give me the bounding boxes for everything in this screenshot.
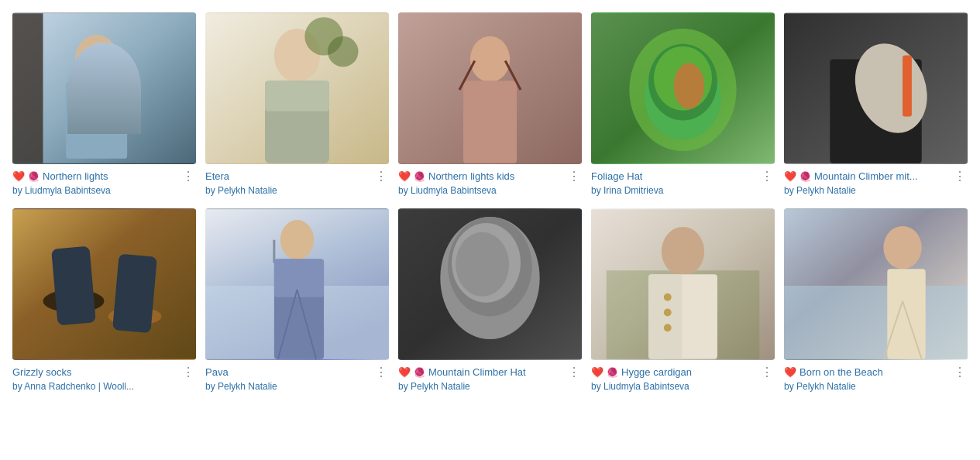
needle-icon: 🧶 bbox=[414, 367, 425, 378]
by-label: by bbox=[12, 381, 24, 392]
author-link-grizzly-socks[interactable]: Anna Radchenko | Wooll... bbox=[24, 381, 134, 392]
author-link-mountain-climber-mitt[interactable]: Pelykh Natalie bbox=[796, 185, 856, 196]
heart-icon[interactable]: ❤️ bbox=[784, 366, 796, 378]
card-image-etera bbox=[205, 12, 389, 164]
more-options-icon[interactable]: ⋮ bbox=[181, 365, 196, 379]
card-pava[interactable]: Pava⋮by Pelykh Natalie bbox=[205, 208, 389, 392]
card-image-northern-lights bbox=[12, 12, 196, 164]
card-mountain-climber-hat[interactable]: ❤️🧶Mountain Climber Hat⋮by Pelykh Natali… bbox=[398, 208, 582, 392]
svg-rect-55 bbox=[784, 286, 968, 359]
card-image-hygge-cardigan bbox=[591, 208, 775, 360]
card-title-link-pava[interactable]: Pava bbox=[205, 366, 229, 378]
card-info-hygge-cardigan: ❤️🧶Hygge cardigan⋮by Liudmyla Babintseva bbox=[591, 365, 775, 392]
card-title-left-northern-lights: ❤️🧶Northern lights bbox=[12, 170, 177, 182]
card-title-link-mountain-climber-hat[interactable]: Mountain Climber Hat bbox=[428, 366, 526, 378]
card-etera[interactable]: Etera⋮by Pelykh Natalie bbox=[205, 12, 389, 196]
card-title-left-northern-lights-kids: ❤️🧶Northern lights kids bbox=[398, 170, 563, 182]
card-grizzly-socks[interactable]: Grizzly socks⋮by Anna Radchenko | Wooll.… bbox=[12, 208, 196, 392]
more-options-icon[interactable]: ⋮ bbox=[566, 169, 582, 184]
card-title-link-foliage-hat[interactable]: Foliage Hat bbox=[591, 170, 642, 182]
card-title-row-hygge-cardigan: ❤️🧶Hygge cardigan⋮ bbox=[591, 365, 775, 379]
card-author-pava: by Pelykh Natalie bbox=[205, 381, 389, 392]
heart-icon[interactable]: ❤️ bbox=[784, 170, 796, 182]
card-title-left-born-on-the-beach: ❤️Born on the Beach bbox=[784, 366, 949, 378]
by-label: by bbox=[784, 185, 796, 196]
card-foliage-hat[interactable]: Foliage Hat⋮by Irina Dmitrieva bbox=[591, 12, 775, 196]
card-hygge-cardigan[interactable]: ❤️🧶Hygge cardigan⋮by Liudmyla Babintseva bbox=[591, 208, 775, 392]
card-title-link-northern-lights[interactable]: Northern lights bbox=[43, 170, 108, 182]
svg-rect-37 bbox=[274, 259, 324, 297]
heart-icon[interactable]: ❤️ bbox=[398, 170, 411, 182]
card-image-mountain-climber-mitt bbox=[784, 12, 968, 164]
pattern-grid: ❤️🧶Northern lights⋮by Liudmyla Babintsev… bbox=[12, 12, 968, 392]
more-options-icon[interactable]: ⋮ bbox=[952, 365, 968, 379]
card-author-hygge-cardigan: by Liudmyla Babintseva bbox=[591, 381, 775, 392]
author-link-hygge-cardigan[interactable]: Liudmyla Babintseva bbox=[603, 381, 689, 392]
more-options-icon[interactable]: ⋮ bbox=[373, 169, 389, 184]
svg-point-51 bbox=[664, 294, 672, 301]
card-image-grizzly-socks bbox=[12, 208, 196, 360]
card-author-mountain-climber-mitt: by Pelykh Natalie bbox=[784, 185, 968, 196]
author-link-pava[interactable]: Pelykh Natalie bbox=[218, 381, 277, 392]
more-options-icon[interactable]: ⋮ bbox=[181, 169, 196, 184]
card-title-link-born-on-the-beach[interactable]: Born on the Beach bbox=[799, 366, 883, 378]
card-title-row-grizzly-socks: Grizzly socks⋮ bbox=[12, 365, 196, 379]
card-title-link-northern-lights-kids[interactable]: Northern lights kids bbox=[428, 170, 514, 182]
card-title-link-grizzly-socks[interactable]: Grizzly socks bbox=[12, 366, 72, 378]
card-northern-lights[interactable]: ❤️🧶Northern lights⋮by Liudmyla Babintsev… bbox=[12, 12, 196, 196]
card-info-northern-lights-kids: ❤️🧶Northern lights kids⋮by Liudmyla Babi… bbox=[398, 169, 582, 196]
by-label: by bbox=[784, 381, 796, 392]
by-label: by bbox=[12, 185, 25, 196]
card-info-northern-lights: ❤️🧶Northern lights⋮by Liudmyla Babintsev… bbox=[12, 169, 196, 196]
svg-point-52 bbox=[664, 309, 672, 317]
more-options-icon[interactable]: ⋮ bbox=[952, 169, 968, 184]
author-link-northern-lights-kids[interactable]: Liudmyla Babintseva bbox=[411, 185, 497, 196]
card-title-link-mountain-climber-mitt[interactable]: Mountain Climber mit... bbox=[814, 170, 918, 182]
card-image-mountain-climber-hat bbox=[398, 208, 582, 360]
svg-point-10 bbox=[328, 36, 359, 67]
more-options-icon[interactable]: ⋮ bbox=[566, 365, 582, 379]
card-image-foliage-hat bbox=[591, 12, 775, 164]
card-mountain-climber-mitt[interactable]: ❤️🧶Mountain Climber mit...⋮by Pelykh Nat… bbox=[784, 12, 968, 196]
svg-point-22 bbox=[674, 63, 705, 108]
card-info-foliage-hat: Foliage Hat⋮by Irina Dmitrieva bbox=[591, 169, 775, 196]
card-northern-lights-kids[interactable]: ❤️🧶Northern lights kids⋮by Liudmyla Babi… bbox=[398, 12, 582, 196]
author-link-mountain-climber-hat[interactable]: Pelykh Natalie bbox=[411, 381, 470, 392]
more-options-icon[interactable]: ⋮ bbox=[759, 169, 775, 184]
more-options-icon[interactable]: ⋮ bbox=[759, 365, 775, 379]
svg-rect-31 bbox=[112, 254, 157, 334]
card-title-link-etera[interactable]: Etera bbox=[205, 170, 229, 182]
card-title-row-northern-lights-kids: ❤️🧶Northern lights kids⋮ bbox=[398, 169, 582, 184]
heart-icon[interactable]: ❤️ bbox=[591, 366, 603, 378]
svg-rect-30 bbox=[51, 246, 96, 326]
svg-rect-27 bbox=[12, 209, 196, 359]
author-link-northern-lights[interactable]: Liudmyla Babintseva bbox=[25, 185, 111, 196]
card-author-northern-lights-kids: by Liudmyla Babintseva bbox=[398, 185, 582, 196]
needle-icon: 🧶 bbox=[414, 171, 425, 182]
card-title-left-mountain-climber-mitt: ❤️🧶Mountain Climber mit... bbox=[784, 170, 949, 182]
by-label: by bbox=[591, 185, 603, 196]
svg-point-48 bbox=[662, 227, 704, 276]
svg-point-53 bbox=[664, 324, 672, 331]
author-link-born-on-the-beach[interactable]: Pelykh Natalie bbox=[796, 381, 856, 392]
heart-icon[interactable]: ❤️ bbox=[398, 366, 411, 378]
by-label: by bbox=[205, 185, 218, 196]
needle-icon: 🧶 bbox=[28, 171, 40, 182]
heart-icon[interactable]: ❤️ bbox=[12, 170, 25, 182]
card-born-on-the-beach[interactable]: ❤️Born on the Beach⋮by Pelykh Natalie bbox=[784, 208, 968, 392]
card-author-northern-lights: by Liudmyla Babintseva bbox=[12, 185, 196, 196]
card-info-born-on-the-beach: ❤️Born on the Beach⋮by Pelykh Natalie bbox=[784, 365, 968, 392]
svg-point-45 bbox=[456, 232, 509, 297]
more-options-icon[interactable]: ⋮ bbox=[373, 365, 389, 379]
author-link-foliage-hat[interactable]: Irina Dmitrieva bbox=[603, 185, 663, 196]
svg-rect-50 bbox=[648, 274, 682, 359]
svg-point-56 bbox=[883, 226, 921, 269]
author-link-etera[interactable]: Pelykh Natalie bbox=[218, 185, 277, 196]
svg-rect-8 bbox=[265, 81, 329, 112]
by-label: by bbox=[398, 381, 411, 392]
card-author-foliage-hat: by Irina Dmitrieva bbox=[591, 185, 775, 196]
by-label: by bbox=[398, 185, 411, 196]
card-title-link-hygge-cardigan[interactable]: Hygge cardigan bbox=[621, 366, 692, 378]
card-info-etera: Etera⋮by Pelykh Natalie bbox=[205, 169, 389, 196]
card-image-pava bbox=[205, 208, 389, 360]
